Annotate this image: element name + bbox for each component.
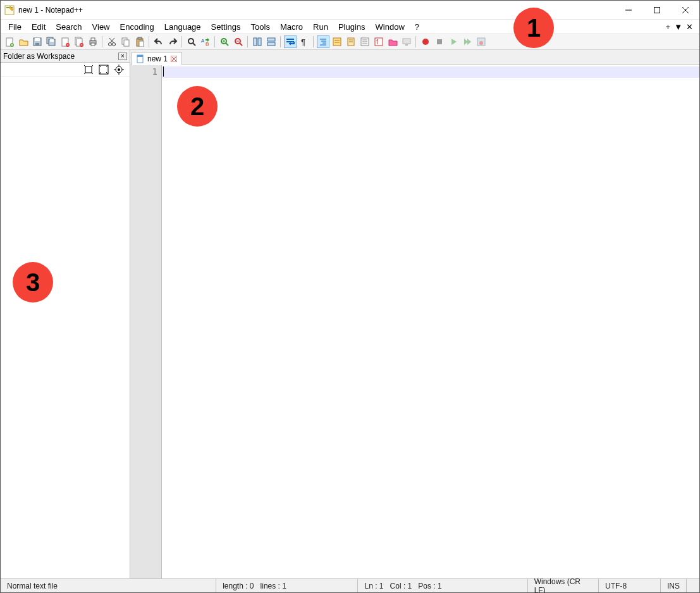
svg-rect-3	[654, 7, 660, 13]
redo-icon[interactable]	[166, 35, 179, 48]
zoom-out-icon[interactable]	[232, 35, 245, 48]
menu-language[interactable]: Language	[159, 21, 206, 33]
svg-rect-49	[267, 42, 275, 46]
svg-line-36	[193, 43, 195, 46]
menu-view[interactable]: View	[87, 21, 115, 33]
toolbar: AB¶f	[1, 34, 699, 50]
svg-rect-84	[137, 55, 143, 57]
menu-settings[interactable]: Settings	[206, 21, 246, 33]
menu-help[interactable]: ?	[410, 21, 424, 33]
show-all-chars-icon[interactable]: ¶	[298, 35, 310, 48]
tabstrip: new 1	[130, 50, 699, 65]
menu-newdoc-button[interactable]: +	[666, 22, 671, 32]
menu-dropdown-button[interactable]: ▼	[674, 22, 682, 32]
statusbar: Normal text file length : 0 lines : 1 Ln…	[1, 578, 699, 592]
body: Folder as Workspace × new 1 1	[1, 50, 699, 578]
find-icon[interactable]	[185, 35, 198, 48]
cut-icon[interactable]	[106, 35, 118, 48]
sync-v-icon[interactable]	[251, 35, 264, 48]
status-eol[interactable]: Windows (CR LF)	[528, 579, 599, 592]
indent-guide-icon[interactable]	[317, 35, 329, 48]
lang-udl-icon[interactable]	[331, 35, 343, 48]
status-length: length : 0 lines : 1	[216, 579, 358, 592]
editor: 1	[130, 65, 699, 578]
zoom-in-icon[interactable]	[218, 35, 231, 48]
svg-rect-69	[403, 39, 410, 44]
svg-point-35	[188, 39, 193, 44]
menu-search[interactable]: Search	[51, 21, 87, 33]
svg-text:B: B	[206, 41, 209, 47]
collapse-icon[interactable]	[98, 64, 109, 75]
menu-edit[interactable]: Edit	[27, 21, 51, 33]
new-file-icon[interactable]	[3, 35, 16, 48]
menu-macro[interactable]: Macro	[275, 21, 308, 33]
wordwrap-icon[interactable]	[284, 35, 297, 48]
toolbar-separator	[102, 36, 103, 47]
close-all-icon[interactable]	[73, 35, 85, 48]
status-ins[interactable]: INS	[661, 579, 687, 592]
panel-close-button[interactable]: ×	[118, 53, 127, 60]
copy-icon[interactable]	[120, 35, 132, 48]
func-list-icon[interactable]: f	[372, 35, 385, 48]
tab-new-1[interactable]: new 1	[132, 52, 182, 65]
open-file-icon[interactable]	[17, 35, 30, 48]
line-number: 1	[130, 66, 157, 77]
menu-tools[interactable]: Tools	[246, 21, 275, 33]
toolbar-separator	[280, 36, 281, 47]
tab-label: new 1	[147, 54, 168, 63]
save-all-icon[interactable]	[45, 35, 58, 48]
resize-grip[interactable]	[687, 579, 699, 592]
svg-rect-46	[254, 38, 257, 46]
svg-line-40	[226, 43, 228, 46]
svg-line-29	[109, 38, 114, 43]
toolbar-separator	[149, 36, 150, 47]
replace-icon[interactable]: AB	[199, 35, 212, 48]
file-icon	[136, 54, 145, 63]
menu-file[interactable]: File	[3, 21, 27, 33]
folder-workspace-icon[interactable]	[386, 35, 399, 48]
locate-icon[interactable]	[113, 64, 125, 75]
current-line-highlight	[162, 66, 699, 78]
toolbar-separator	[181, 36, 183, 47]
minimize-button[interactable]	[614, 1, 642, 19]
sync-h-icon[interactable]	[265, 35, 278, 48]
folder-tree[interactable]	[1, 77, 130, 578]
play-multi-icon	[461, 35, 474, 48]
record-macro-icon[interactable]	[419, 35, 432, 48]
maximize-button[interactable]	[642, 1, 671, 19]
folder-workspace-panel: Folder as Workspace ×	[1, 50, 130, 578]
expand-icon[interactable]	[83, 64, 94, 75]
svg-rect-34	[139, 41, 144, 47]
window-title: new 1 - Notepad++	[18, 6, 83, 15]
status-encoding[interactable]: UTF-8	[599, 579, 661, 592]
toolbar-separator	[214, 36, 216, 47]
menubar: File Edit Search View Encoding Language …	[1, 20, 699, 34]
print-icon[interactable]	[87, 35, 99, 48]
menu-plugins[interactable]: Plugins	[333, 21, 371, 33]
menu-run[interactable]: Run	[308, 21, 333, 33]
panel-title: Folder as Workspace	[3, 52, 118, 61]
text-area[interactable]	[162, 65, 699, 578]
doc-list-icon[interactable]	[359, 35, 371, 48]
doc-map-icon[interactable]	[345, 35, 357, 48]
panel-tools	[1, 63, 130, 77]
toolbar-separator	[247, 36, 249, 47]
status-filetype: Normal text file	[1, 579, 216, 592]
svg-rect-25	[91, 43, 95, 46]
svg-line-28	[110, 38, 114, 43]
close-icon[interactable]	[59, 35, 71, 48]
svg-rect-72	[437, 39, 442, 44]
menu-window[interactable]: Window	[371, 21, 410, 33]
menu-closedoc-button[interactable]: ✕	[686, 22, 693, 32]
svg-rect-31	[124, 40, 129, 46]
menu-encoding[interactable]: Encoding	[115, 21, 159, 33]
annotation-marker-3: 3	[13, 262, 53, 303]
paste-icon[interactable]	[133, 35, 146, 48]
undo-icon[interactable]	[152, 35, 165, 48]
save-icon[interactable]	[31, 35, 44, 48]
svg-rect-15	[50, 39, 54, 42]
window-close-button[interactable]	[671, 1, 699, 19]
svg-rect-75	[85, 66, 92, 73]
svg-rect-70	[405, 44, 408, 46]
tab-close-button[interactable]	[170, 55, 178, 63]
